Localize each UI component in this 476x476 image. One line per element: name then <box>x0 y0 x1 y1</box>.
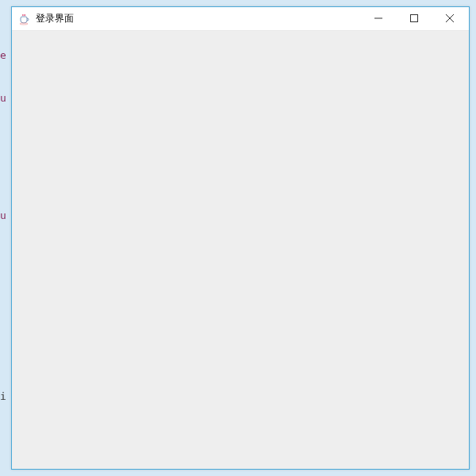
window-title: 登录界面 <box>36 12 74 25</box>
application-window: 登录界面 <box>11 6 470 470</box>
minimize-button[interactable] <box>360 7 396 29</box>
java-cup-icon <box>18 13 31 25</box>
titlebar[interactable]: 登录界面 <box>12 7 469 31</box>
bg-text: e <box>0 49 6 61</box>
svg-rect-2 <box>410 15 417 22</box>
maximize-button[interactable] <box>396 7 432 29</box>
bg-text: i <box>0 390 6 402</box>
bg-text: u <box>0 209 6 221</box>
bg-text: u <box>0 92 6 104</box>
svg-point-0 <box>20 23 28 25</box>
window-controls <box>360 7 467 30</box>
client-area <box>12 31 469 469</box>
close-button[interactable] <box>432 7 467 29</box>
